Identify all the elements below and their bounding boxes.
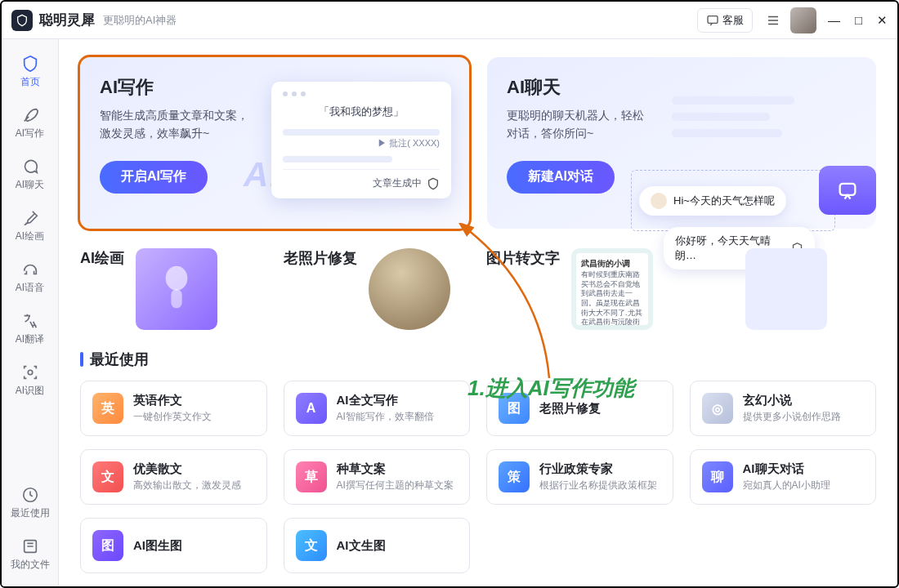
sidebar-label: 我的文件 xyxy=(11,558,50,572)
ocr-sample-body: 有时候到重庆南路买书总会不自觉地到武昌街去走一回。虽是现在武昌街大大不同了.尤其… xyxy=(581,270,642,325)
hero-card-chat[interactable]: AI聊天 更聪明的聊天机器人，轻松对话，答你所问~ 新建AI对话 Hi~今天的天… xyxy=(487,57,876,229)
sidebar-item-translate[interactable]: AI翻译 xyxy=(7,305,53,353)
recent-card[interactable]: ◎ 玄幻小说提供更多小说创作思路 xyxy=(690,381,877,436)
sidebar-item-recent[interactable]: 最近使用 xyxy=(7,479,53,527)
svg-rect-4 xyxy=(840,184,856,195)
sidebar-item-writing[interactable]: AI写作 xyxy=(7,99,53,147)
recent-sub: 提供更多小说创作思路 xyxy=(743,410,841,424)
headphones-icon xyxy=(20,260,40,279)
chat-bubble-user: Hi~今天的天气怎样呢 xyxy=(639,186,786,216)
chat-bubble-icon xyxy=(20,157,40,176)
recent-card[interactable]: 文 优美散文高效输出散文，激发灵感 xyxy=(80,449,267,505)
sidebar-label: AI聊天 xyxy=(16,178,44,192)
tile-title: 老照片修复 xyxy=(284,248,357,268)
recent-card[interactable]: 草 种草文案AI撰写任何主题的种草文案 xyxy=(284,449,471,505)
recent-heading: 最近使用 xyxy=(80,350,876,369)
tile-thumb xyxy=(745,248,827,330)
recent-card[interactable]: 英 英语作文一键创作英文作文 xyxy=(80,381,267,436)
hero-card-writing[interactable]: AI写作 智能生成高质量文章和文案，激发灵感，效率飙升~ 开启AI写作 AI 「… xyxy=(80,57,469,229)
tile-thumb: ✦ xyxy=(369,248,450,330)
tile-thumb: 武昌街的小调有时候到重庆南路买书总会不自觉地到武昌街去走一回。虽是现在武昌街大大… xyxy=(571,248,653,330)
recent-icon: 文 xyxy=(296,530,327,561)
tile-aipaint[interactable]: AI绘画 xyxy=(80,248,267,330)
recent-icon: 图 xyxy=(499,393,530,424)
menu-icon xyxy=(766,13,780,28)
preview-title: 「我和我的梦想」 xyxy=(283,105,440,119)
scan-icon xyxy=(20,363,40,382)
recent-card[interactable]: 聊 AI聊天对话宛如真人的AI小助理 xyxy=(690,449,877,505)
sidebar-label: 最近使用 xyxy=(11,506,50,520)
recent-icon: 聊 xyxy=(702,461,733,492)
sidebar-label: AI语音 xyxy=(16,281,44,295)
recent-card[interactable]: 策 行业政策专家根据行业名称提供政策框架 xyxy=(486,449,673,505)
recent-title: 玄幻小说 xyxy=(743,393,841,408)
tile-title: 图片转文字 xyxy=(486,248,560,268)
recent-icon: 图 xyxy=(92,530,123,561)
translate-icon xyxy=(20,311,40,331)
recent-icon: 草 xyxy=(296,461,327,492)
recent-card[interactable]: A AI全文写作AI智能写作，效率翻倍 xyxy=(284,381,471,436)
sidebar: 首页 AI写作 AI聊天 AI绘画 AI语音 AI翻译 AI识图 最 xyxy=(2,39,59,586)
hero-desc: 智能生成高质量文章和文案，激发灵感，效率飙升~ xyxy=(100,106,255,143)
sidebar-item-chat[interactable]: AI聊天 xyxy=(7,150,53,198)
sidebar-item-home[interactable]: 首页 xyxy=(7,47,53,96)
recent-sub: AI智能写作，效率翻倍 xyxy=(337,410,434,424)
recent-card[interactable]: 文 AI文生图 xyxy=(284,518,471,573)
recent-title: AI文生图 xyxy=(337,538,386,554)
recent-title: AI全文写作 xyxy=(337,393,434,408)
writing-preview: 「我和我的梦想」 ▶ 批注( XXXX) 文章生成中 xyxy=(271,82,451,198)
maximize-button[interactable]: □ xyxy=(855,13,862,28)
recent-icon: 英 xyxy=(92,393,123,424)
app-name: 聪明灵犀 xyxy=(39,11,95,29)
recent-title: 种草文案 xyxy=(337,461,454,477)
recent-card[interactable]: 图 AI图生图 xyxy=(80,518,267,573)
titlebar: 聪明灵犀 更聪明的AI神器 客服 — □ ✕ xyxy=(2,2,897,39)
start-writing-button[interactable]: 开启AI写作 xyxy=(100,161,208,194)
tile-title: AI绘画 xyxy=(80,248,124,268)
sidebar-item-audio[interactable]: AI语音 xyxy=(7,253,53,301)
support-button[interactable]: 客服 xyxy=(697,8,753,33)
recent-title: 优美散文 xyxy=(133,461,241,477)
face-icon xyxy=(651,193,667,209)
sidebar-label: AI写作 xyxy=(16,127,44,140)
robot-icon xyxy=(819,166,876,215)
sidebar-item-files[interactable]: 我的文件 xyxy=(7,530,53,578)
hero-desc: 更聪明的聊天机器人，轻松对话，答你所问~ xyxy=(507,106,662,143)
recent-sub: 根据行业名称提供政策框架 xyxy=(539,479,657,492)
preview-status: 文章生成中 xyxy=(283,169,440,190)
sidebar-item-paint[interactable]: AI绘画 xyxy=(7,202,53,250)
recent-sub: 一键创作英文作文 xyxy=(133,410,212,424)
sidebar-label: AI识图 xyxy=(16,384,44,398)
recent-title: AI聊天对话 xyxy=(743,461,830,477)
clock-icon xyxy=(20,485,40,505)
shield-icon xyxy=(427,177,440,190)
app-slogan: 更聪明的AI神器 xyxy=(103,13,177,28)
svg-rect-6 xyxy=(171,289,181,308)
sidebar-label: 首页 xyxy=(20,75,40,89)
ocr-sample-title: 武昌街的小调 xyxy=(581,258,643,269)
recent-card[interactable]: 图 老照片修复 xyxy=(486,381,673,436)
section-title: 最近使用 xyxy=(90,350,149,369)
minimize-button[interactable]: — xyxy=(828,13,840,28)
new-chat-button[interactable]: 新建AI对话 xyxy=(507,161,615,194)
svg-point-1 xyxy=(28,370,33,375)
app-logo xyxy=(11,10,33,31)
feature-tiles: AI绘画 老照片修复 ✦ 图片转文字 武昌街的小调有时候到重庆南路买书总会不自觉… xyxy=(80,248,876,330)
recent-title: 老照片修复 xyxy=(539,401,601,416)
sidebar-item-ocr[interactable]: AI识图 xyxy=(7,356,53,404)
tile-photorestore[interactable]: 老照片修复 ✦ xyxy=(284,248,471,330)
chat-icon xyxy=(706,14,719,27)
recent-icon: 策 xyxy=(499,461,530,492)
svg-point-5 xyxy=(166,266,188,291)
recent-icon: A xyxy=(296,393,327,424)
tile-ocr[interactable]: 图片转文字 武昌街的小调有时候到重庆南路买书总会不自觉地到武昌街去走一回。虽是现… xyxy=(486,248,673,330)
window-controls: — □ ✕ xyxy=(828,13,888,28)
close-button[interactable]: ✕ xyxy=(877,13,888,28)
home-icon xyxy=(20,54,40,74)
feather-icon xyxy=(20,105,40,125)
recent-icon: ◎ xyxy=(702,393,733,424)
recent-sub: 宛如真人的AI小助理 xyxy=(743,479,830,492)
preview-annotation: ▶ 批注( XXXX) xyxy=(283,137,440,149)
user-avatar[interactable] xyxy=(790,7,816,33)
menu-button[interactable] xyxy=(761,8,785,33)
